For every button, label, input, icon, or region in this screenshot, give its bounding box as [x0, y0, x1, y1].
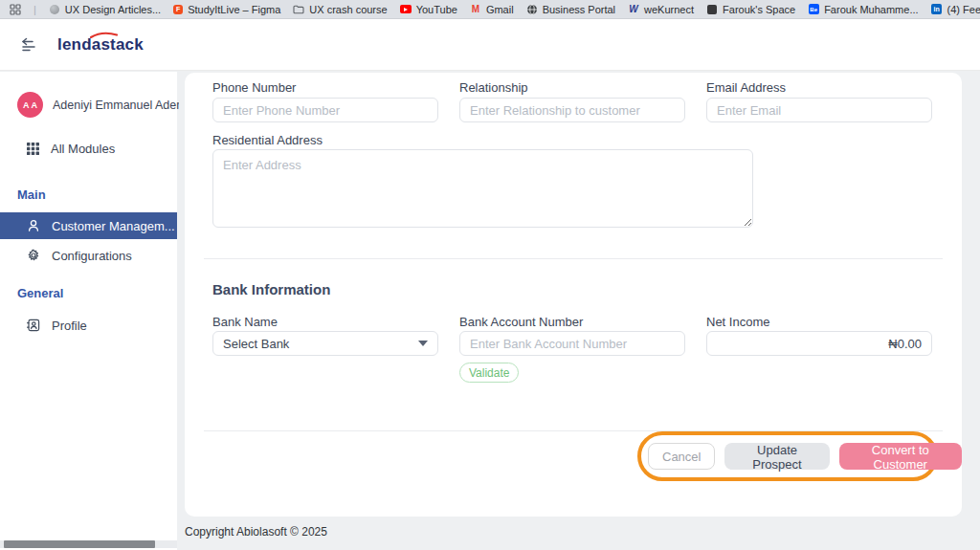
phone-number-input[interactable]	[212, 98, 438, 122]
bookmark-gmail[interactable]: M Gmail	[470, 0, 514, 19]
folder-icon	[293, 4, 304, 15]
modules-grid-icon	[26, 142, 40, 156]
bookmark-label: YouTube	[416, 0, 457, 19]
update-prospect-button[interactable]: Update Prospect	[724, 443, 829, 470]
behance-favicon: Be	[808, 4, 819, 15]
bookmark-label: weKurnect	[644, 0, 694, 19]
email-input[interactable]	[706, 98, 932, 122]
bookmark-behance-farouk[interactable]: Be Farouk Muhamme...	[808, 0, 918, 19]
sidebar-item-label: All Modules	[51, 142, 115, 156]
bookmark-business-portal[interactable]: Business Portal	[526, 0, 615, 19]
bookmarks-separator: |	[33, 4, 36, 15]
bookmark-linkedin-feed[interactable]: in (4) Feed | LinkedIn	[931, 0, 980, 19]
scrollbar-thumb[interactable]	[4, 540, 155, 548]
bookmark-label: Farouk's Space	[723, 0, 795, 19]
sidebar-item-customer-management[interactable]: Customer Managem...	[0, 212, 177, 239]
bookmark-label: Business Portal	[543, 0, 615, 19]
bookmark-label: UX crash course	[309, 0, 387, 19]
user-name: Adeniyi Emmanuel Adenira	[53, 99, 179, 112]
validate-button[interactable]: Validate	[459, 363, 519, 383]
actions-divider	[204, 430, 943, 431]
sidebar-horizontal-scrollbar[interactable]	[0, 540, 177, 548]
sidebar-item-configurations[interactable]: Configurations	[0, 243, 177, 268]
gmail-favicon: M	[470, 4, 481, 15]
phone-number-label: Phone Number	[212, 80, 438, 95]
user-profile-row[interactable]: A A Adeniyi Emmanuel Adenira	[17, 92, 179, 118]
linkedin-favicon: in	[931, 4, 943, 15]
bank-information-title: Bank Information	[212, 281, 330, 297]
relationship-input[interactable]	[459, 98, 685, 122]
bank-name-select[interactable]: Select Bank	[212, 331, 438, 356]
sidebar-item-all-modules[interactable]: All Modules	[0, 136, 177, 161]
bookmark-label: Gmail	[486, 0, 514, 19]
bookmark-studyitlive-figma[interactable]: F StudyItLive – Figma	[173, 0, 280, 19]
ux-design-articles-favicon	[49, 4, 60, 15]
bookmark-label: UX Design Articles...	[65, 0, 161, 19]
bookmark-wekurnect[interactable]: W weKurnect	[628, 0, 694, 19]
email-address-label: Email Address	[706, 80, 932, 95]
gear-icon	[26, 248, 41, 263]
bookmark-farouks-space[interactable]: Farouk's Space	[706, 0, 795, 19]
chevron-down-icon	[418, 341, 428, 346]
sidebar-section-general: General	[17, 286, 63, 300]
bookmark-ux-crash-course[interactable]: UX crash course	[293, 0, 387, 19]
net-income-input[interactable]	[706, 331, 932, 356]
sidebar-section-main: Main	[17, 187, 46, 202]
logo-swoosh	[90, 31, 119, 38]
globe-icon	[526, 4, 538, 15]
residential-address-label: Residential Address	[212, 133, 438, 147]
address-textarea[interactable]	[212, 149, 753, 228]
cancel-button[interactable]: Cancel	[648, 443, 715, 470]
form-actions: Cancel Update Prospect Convert to Custom…	[648, 443, 962, 470]
sidebar-collapse-icon[interactable]	[19, 37, 38, 53]
bookmark-youtube[interactable]: YouTube	[400, 0, 457, 19]
lendastack-logo[interactable]: lendastack	[57, 35, 144, 55]
section-divider	[204, 258, 943, 259]
wekurnect-favicon: W	[628, 4, 639, 15]
bookmark-label: StudyItLive – Figma	[188, 0, 280, 19]
sidebar-item-label: Profile	[52, 319, 87, 333]
bank-account-number-input[interactable]	[459, 331, 685, 356]
apps-grid-icon[interactable]	[10, 4, 21, 15]
relationship-label: Relationship	[459, 80, 685, 95]
sidebar: A A Adeniyi Emmanuel Adenira All Modules…	[0, 72, 177, 550]
browser-bookmarks-bar: | UX Design Articles... F StudyItLive – …	[0, 0, 980, 19]
sidebar-item-label: Customer Managem...	[52, 219, 175, 233]
farouks-space-favicon	[706, 4, 718, 15]
contact-card-icon	[26, 318, 41, 333]
prospect-form-card: Phone Number Relationship Email Address …	[185, 73, 962, 517]
net-income-label: Net Income	[706, 315, 932, 329]
bank-account-number-label: Bank Account Number	[459, 315, 685, 329]
convert-to-customer-button[interactable]: Convert to Customer	[839, 443, 962, 470]
sidebar-item-label: Configurations	[52, 249, 132, 263]
youtube-favicon	[400, 4, 412, 15]
avatar: A A	[17, 92, 43, 118]
person-icon	[26, 218, 41, 233]
bank-name-label: Bank Name	[212, 315, 438, 329]
bookmark-ux-design-articles[interactable]: UX Design Articles...	[49, 0, 161, 19]
bookmark-label: Farouk Muhamme...	[824, 0, 918, 19]
bookmark-label: (4) Feed | LinkedIn	[947, 0, 980, 19]
bank-name-selected-value: Select Bank	[223, 337, 289, 351]
app-header: lendastack	[0, 19, 980, 71]
figma-favicon: F	[173, 5, 183, 14]
copyright-text: Copyright Abiolasoft © 2025	[185, 525, 327, 539]
sidebar-item-profile[interactable]: Profile	[0, 313, 177, 338]
